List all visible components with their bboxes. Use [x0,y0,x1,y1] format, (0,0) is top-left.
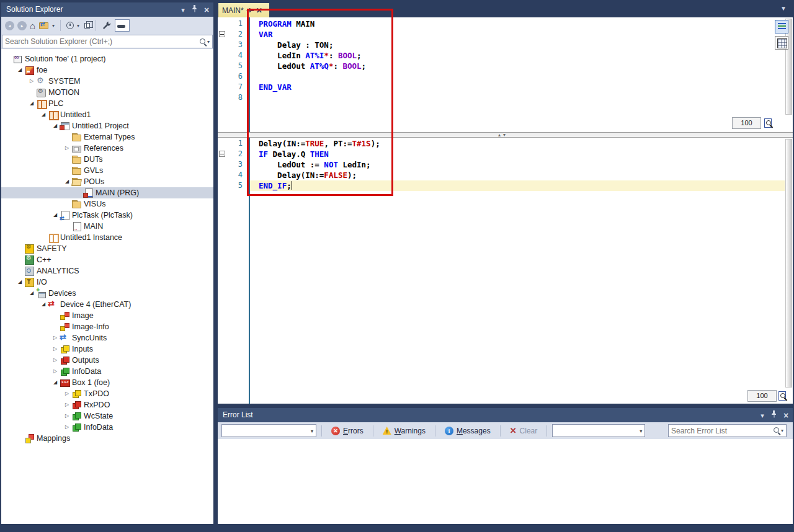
tree-item-duts[interactable]: DUTs [1,154,213,165]
code-line[interactable]: 4 Delay(IN:=FALSE); [218,170,793,180]
tree-item-motion[interactable]: MOTION [1,87,213,98]
code-line[interactable]: 8 [218,92,793,103]
expander-expanded-icon[interactable]: ◢ [27,288,36,299]
code-line[interactable]: 3 Delay : TON; [218,40,793,50]
tree-item-infodata[interactable]: ▷InfoData [1,366,213,377]
tree-item-devices[interactable]: ◢Devices [1,288,213,299]
expander-collapsed-icon[interactable]: ▷ [63,388,71,399]
pin-icon[interactable] [247,7,253,14]
tree-item-foe[interactable]: ◢foe [1,64,213,76]
expander-expanded-icon[interactable]: ◢ [51,120,60,131]
scope-combobox[interactable]: ▾ [221,424,316,437]
tree-item-rxpdo[interactable]: ▷RxPDO [1,399,213,410]
tree-item-main[interactable]: MAIN [1,221,213,232]
preview-selected-items-toggle[interactable] [115,19,130,32]
expander-expanded-icon[interactable]: ◢ [16,64,24,76]
fold-collapse-icon[interactable] [218,29,227,40]
forward-button[interactable]: ▸ [17,21,27,30]
fold-collapse-icon[interactable] [218,149,227,159]
expander-expanded-icon[interactable]: ◢ [51,377,60,388]
zoom-icon[interactable] [778,391,788,402]
tree-item-device-4-ethercat-[interactable]: ◢Device 4 (EtherCAT) [1,299,213,310]
pin-icon[interactable] [190,5,200,15]
tree-item-plc[interactable]: ◢PLC [1,98,213,109]
tree-item-system[interactable]: ▷SYSTEM [1,76,213,87]
window-menu-icon[interactable]: ▾ [178,5,188,15]
warnings-filter-button[interactable]: ! Warnings [378,423,430,438]
tree-item-image[interactable]: Image [1,310,213,321]
filter-combobox[interactable]: ▾ [552,424,645,437]
pin-icon[interactable] [769,410,779,420]
tree-item-outputs[interactable]: ▷Outputs [1,355,213,366]
expander-expanded-icon[interactable]: ◢ [51,210,60,221]
code-line[interactable]: 2IF Delay.Q THEN [218,149,793,159]
expander-collapsed-icon[interactable]: ▷ [63,410,71,422]
tree-item-solution-foe-1-project-[interactable]: Solution 'foe' (1 project) [1,53,213,64]
tree-item-external-types[interactable]: External Types [1,131,213,143]
tree-item-analytics[interactable]: ANALYTICS [1,265,213,277]
tree-item-untitled1-project[interactable]: ◢Untitled1 Project [1,120,213,131]
tree-item-visus[interactable]: VISUs [1,198,213,210]
search-solution-input[interactable] [5,37,199,46]
close-icon[interactable]: × [202,5,212,15]
expander-collapsed-icon[interactable]: ▷ [27,76,36,87]
tree-item-infodata[interactable]: ▷InfoData [1,422,213,433]
tree-item-plctask-plctask-[interactable]: ◢PlcTask (PlcTask) [1,210,213,221]
tree-item-main-prg-[interactable]: MAIN (PRG) [1,187,213,198]
chevron-down-icon[interactable]: ▾ [781,428,783,433]
zoom-icon[interactable] [764,118,774,129]
code-line[interactable]: 5 LedOut AT%Q*: BOOL; [218,61,793,71]
tree-item-gvls[interactable]: GVLs [1,165,213,176]
clear-button[interactable]: ✕ Clear [506,423,542,438]
splitter-arrows-icon[interactable]: ▴▾ [498,132,508,138]
tree-item-inputs[interactable]: ▷Inputs [1,344,213,355]
implementation-editor[interactable]: 1Delay(IN:=TRUE, PT:=T#1S);2IF Delay.Q T… [218,138,793,404]
tree-item-untitled1[interactable]: ◢Untitled1 [1,109,213,120]
expander-collapsed-icon[interactable]: ▷ [51,332,60,344]
tree-item-txpdo[interactable]: ▷TxPDO [1,388,213,399]
declaration-editor[interactable]: 1PROGRAM MAIN2VAR3 Delay : TON;4 LedIn A… [218,17,793,132]
tree-item-i-o[interactable]: ◢I/O [1,277,213,288]
expander-collapsed-icon[interactable]: ▷ [63,143,71,154]
search-error-list-input[interactable] [671,427,773,435]
home-button[interactable]: ⌂ [30,21,35,30]
code-line[interactable]: 1PROGRAM MAIN [218,19,793,29]
tree-item-safety[interactable]: SAFETY [1,243,213,254]
tree-item-image-info[interactable]: Image-Info [1,321,213,332]
close-icon[interactable]: × [781,410,791,420]
code-line[interactable]: 1Delay(IN:=TRUE, PT:=T#1S); [218,138,793,149]
expander-collapsed-icon[interactable]: ▷ [51,344,60,355]
sync-with-active-document-button[interactable] [38,20,49,30]
chevron-down-icon[interactable]: ▾ [207,39,210,45]
code-line[interactable]: 6 [218,71,793,82]
tree-item-untitled1-instance[interactable]: Untitled1 Instance [1,232,213,243]
show-all-files-button[interactable] [84,23,90,29]
expander-collapsed-icon[interactable]: ▷ [51,355,60,366]
tab-main[interactable]: MAIN* ✕ [218,3,269,17]
chevron-down-icon[interactable]: ▾ [52,23,55,29]
tree-item-wcstate[interactable]: ▷WcState [1,410,213,422]
tree-item-mappings[interactable]: Mappings [1,433,213,444]
expander-expanded-icon[interactable]: ◢ [39,299,48,310]
close-icon[interactable]: ✕ [256,7,262,14]
messages-filter-button[interactable]: i Messages [440,423,495,438]
expander-collapsed-icon[interactable]: ▷ [63,399,71,410]
code-line[interactable]: 3 LedOut := NOT LedIn; [218,159,793,170]
tree-item-syncunits[interactable]: ▷SyncUnits [1,332,213,344]
zoom-level[interactable]: 100 [732,117,761,129]
tree-item-references[interactable]: ▷References [1,143,213,154]
expander-expanded-icon[interactable]: ◢ [63,176,71,187]
window-menu-icon[interactable]: ▾ [757,410,767,420]
errors-filter-button[interactable]: ✕ Errors [327,423,368,438]
back-button[interactable]: ◂ [5,21,14,30]
tab-list-chevron-icon[interactable]: ▼ [780,5,787,12]
code-line[interactable]: 4 LedIn AT%I*: BOOL; [218,50,793,61]
search-icon[interactable] [773,427,781,435]
search-icon[interactable] [199,38,207,46]
properties-wrench-button[interactable] [102,20,112,30]
code-line[interactable]: 7END_VAR [218,82,793,92]
pending-changes-filter-button[interactable] [66,22,74,29]
expander-expanded-icon[interactable]: ◢ [27,98,36,109]
zoom-level[interactable]: 100 [747,390,777,402]
expander-expanded-icon[interactable]: ◢ [16,277,24,288]
